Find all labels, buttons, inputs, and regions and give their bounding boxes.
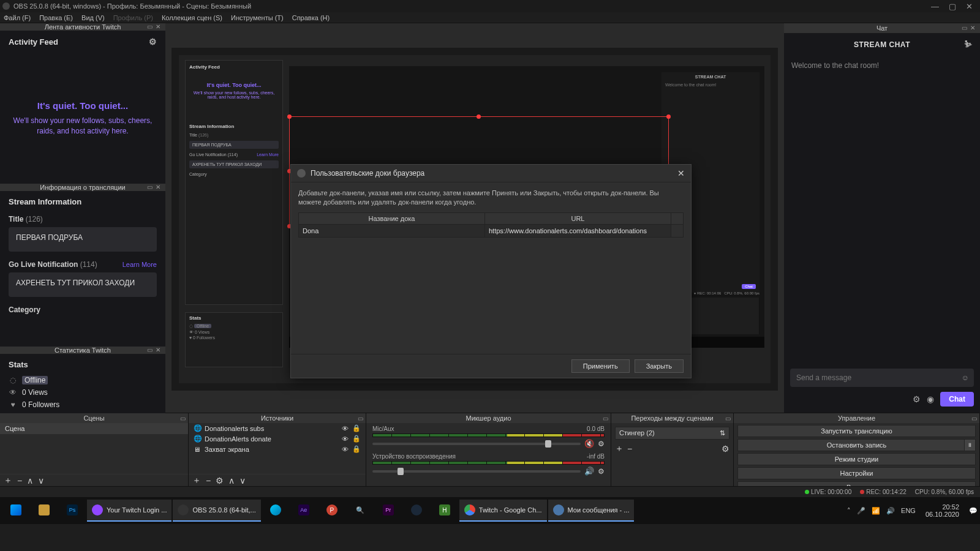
golive-field[interactable]: АХРЕНЕТЬ ТУТ ПРИКОЛ ЗАХОДИ [9,272,157,297]
taskbar-ae[interactable]: Ae [290,500,317,522]
dock-popout-icon[interactable]: ▭ [358,415,363,422]
scene-item[interactable]: Сцена [0,423,188,434]
tray-chevron-icon[interactable]: ˄ [847,507,851,515]
add-scene-button[interactable]: ＋ [4,475,12,486]
dock-url-input[interactable] [485,225,671,237]
close-button[interactable]: Закрыть [635,359,684,373]
taskbar-steam[interactable] [403,500,430,522]
transition-select[interactable]: Стингер (2)⇅ [615,427,729,440]
menu-edit[interactable]: Правка (E) [39,14,73,21]
dock-popout-icon[interactable]: ▭ [962,24,969,32]
dock-close-icon[interactable]: ✕ [156,184,163,191]
tray-notifications-icon[interactable]: 💬 [969,507,978,515]
window-minimize-icon[interactable]: — [931,2,939,11]
lock-icon[interactable]: 🔒 [352,445,361,453]
mixer-volume-slider[interactable] [372,470,581,473]
dock-close-icon[interactable]: ✕ [156,347,163,354]
visibility-icon[interactable]: 👁 [342,435,349,443]
source-properties-button[interactable]: ⚙ [216,476,224,485]
chat-identity-icon[interactable]: ◉ [927,394,934,404]
taskbar-premiere[interactable]: Pr [375,500,402,522]
taskbar-edge[interactable] [262,500,289,522]
remove-scene-button[interactable]: − [17,476,22,485]
menu-profile[interactable]: Профиль (P) [113,14,153,21]
dock-popout-icon[interactable]: ▭ [180,415,186,422]
dock-header-streaminfo[interactable]: Информация о трансляции ▭✕ [0,184,165,191]
transition-properties-button[interactable]: ⚙ [722,444,729,454]
chat-settings-icon[interactable]: ⚙ [913,394,921,404]
exit-button[interactable]: Выход [737,481,976,486]
visibility-icon[interactable]: 👁 [342,446,349,453]
pause-record-button[interactable]: ⏸ [964,440,975,451]
start-button[interactable] [2,500,29,522]
lock-icon[interactable]: 🔒 [352,435,361,443]
dock-popout-icon[interactable]: ▭ [603,415,608,422]
settings-button[interactable]: Настройки [737,467,976,479]
menu-scene-collection[interactable]: Коллекция сцен (S) [162,14,222,21]
studio-mode-button[interactable]: Режим студии [737,453,976,465]
taskbar-explorer[interactable] [31,500,58,522]
taskbar-chrome-twitch[interactable]: Twitch - Google Ch... [459,500,547,522]
taskbar-obs[interactable]: OBS 25.0.8 (64-bit,... [173,500,260,522]
taskbar-twitch-login[interactable]: Your Twitch Login ... [87,500,172,522]
scenes-list[interactable]: Сцена [0,423,188,474]
dock-popout-icon[interactable]: ▭ [147,184,154,191]
chat-send-button[interactable]: Chat [940,392,974,407]
dock-header-controls[interactable]: Управление▭ [734,413,979,423]
taskbar-photoshop[interactable]: Ps [59,500,86,522]
chat-input[interactable] [790,369,974,387]
dock-header-chat[interactable]: Чат ▭✕ [784,23,980,33]
taskbar-punto[interactable]: P [318,500,345,522]
source-item[interactable]: 🖥Захват экрана👁🔒 [189,444,366,454]
dock-close-icon[interactable]: ✕ [970,24,978,32]
dock-name-input[interactable] [299,225,484,237]
start-stream-button[interactable]: Запустить трансляцию [737,425,976,437]
learn-more-link[interactable]: Learn More [123,261,157,268]
menu-file[interactable]: Файл (F) [4,14,31,21]
taskbar-vk[interactable]: Мои сообщения - ... [548,500,635,522]
dock-popout-icon[interactable]: ▭ [147,347,154,354]
dock-close-icon[interactable]: ✕ [156,23,163,31]
dock-header-transitions[interactable]: Переходы между сценами▭ [611,413,733,423]
dock-header-mixer[interactable]: Микшер аудио▭ [366,413,611,423]
dock-popout-icon[interactable]: ▭ [725,415,731,422]
remove-source-button[interactable]: − [206,476,211,485]
tray-volume-icon[interactable]: 🔊 [886,507,895,515]
delete-row-button[interactable] [671,224,684,237]
sources-list[interactable]: 🌐Donationalerts subs👁🔒 🌐DonationAlerts d… [189,423,366,474]
dock-header-sources[interactable]: Источники▭ [189,413,366,423]
visibility-icon[interactable]: 👁 [342,425,349,432]
dock-header-twitchstats[interactable]: Статистика Twitch ▭✕ [0,347,165,354]
dock-popout-icon[interactable]: ▭ [971,415,977,422]
mixer-volume-slider[interactable] [372,443,581,445]
menu-help[interactable]: Справка (H) [292,14,330,21]
speaker-icon[interactable]: 🔊 [584,467,594,476]
tray-lang[interactable]: ENG [901,507,916,514]
tray-clock[interactable]: 20:52 06.10.2020 [922,503,963,518]
window-close-icon[interactable]: ✕ [966,2,973,11]
source-item[interactable]: 🌐Donationalerts subs👁🔒 [189,423,366,433]
dialog-close-button[interactable]: ✕ [677,168,685,178]
menu-tools[interactable]: Инструменты (T) [231,14,284,21]
tray-wifi-icon[interactable]: 📶 [872,507,880,515]
source-up-button[interactable]: ∧ [228,476,235,485]
apply-button[interactable]: Применить [571,359,630,373]
gear-icon[interactable]: ⚙ [598,467,605,476]
dock-header-scenes[interactable]: Сцены▭ [0,413,188,423]
dock-popout-icon[interactable]: ▭ [147,23,154,31]
taskbar-h[interactable]: H [431,500,458,522]
gear-icon[interactable]: ⚙ [149,37,157,47]
taskbar-magnifier[interactable]: 🔍 [347,500,374,522]
scene-up-button[interactable]: ∧ [27,476,33,485]
menu-view[interactable]: Вид (V) [81,14,105,21]
tray-mic-icon[interactable]: 🎤 [857,507,865,515]
lock-icon[interactable]: 🔒 [352,424,361,432]
gear-icon[interactable]: ⚙ [598,440,605,448]
remove-transition-button[interactable]: − [627,444,632,454]
title-field[interactable]: ПЕРВАЯ ПОДРУБА [9,227,157,252]
emoji-icon[interactable]: ☺ [962,373,969,382]
dock-header-activity[interactable]: Лента активности Twitch ▭✕ [0,23,165,31]
scene-down-button[interactable]: ∨ [38,476,44,485]
mute-icon[interactable]: 🔇 [584,439,594,448]
source-item[interactable]: 🌐DonationAlerts donate👁🔒 [189,433,366,444]
